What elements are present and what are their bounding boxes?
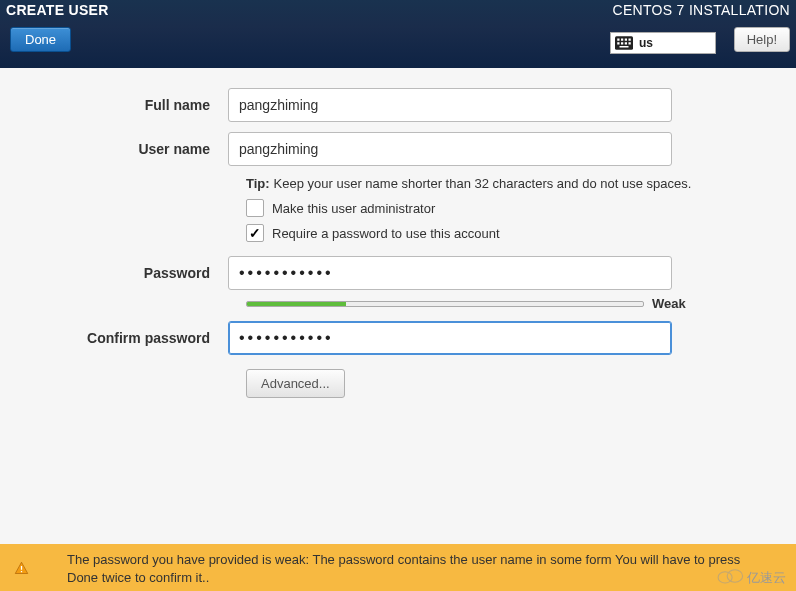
svg-rect-11 — [21, 571, 22, 572]
password-label: Password — [0, 265, 228, 281]
keyboard-icon — [615, 36, 633, 50]
full-name-input[interactable] — [228, 88, 672, 122]
cloud-icon — [716, 568, 744, 587]
warning-icon — [14, 561, 29, 579]
done-button[interactable]: Done — [10, 27, 71, 52]
svg-rect-9 — [620, 46, 629, 48]
svg-rect-5 — [617, 42, 619, 44]
svg-rect-8 — [629, 42, 631, 44]
admin-checkbox[interactable] — [246, 199, 264, 217]
installer-title: CENTOS 7 INSTALLATION — [613, 2, 790, 18]
confirm-password-label: Confirm password — [0, 330, 228, 346]
svg-rect-10 — [21, 566, 22, 570]
svg-rect-4 — [629, 39, 631, 41]
keyboard-layout-indicator[interactable]: us — [610, 32, 716, 54]
form-content: Full name User name Tip: Keep your user … — [0, 68, 796, 398]
svg-rect-2 — [621, 39, 623, 41]
advanced-button[interactable]: Advanced... — [246, 369, 345, 398]
watermark: 亿速云 — [716, 568, 786, 587]
admin-checkbox-label: Make this user administrator — [272, 201, 435, 216]
full-name-label: Full name — [0, 97, 228, 113]
confirm-password-input[interactable] — [228, 321, 672, 355]
require-password-checkbox-label: Require a password to use this account — [272, 226, 500, 241]
watermark-text: 亿速云 — [747, 569, 786, 587]
tip-text: Keep your user name shorter than 32 char… — [274, 176, 692, 191]
svg-point-13 — [727, 570, 742, 583]
header-bar: CREATE USER CENTOS 7 INSTALLATION Done u… — [0, 0, 796, 68]
page-title: CREATE USER — [6, 2, 109, 18]
user-name-label: User name — [0, 141, 228, 157]
keyboard-layout-text: us — [639, 36, 653, 50]
require-password-checkbox[interactable] — [246, 224, 264, 242]
password-strength-meter — [246, 301, 644, 307]
warning-text: The password you have provided is weak: … — [49, 551, 769, 586]
warning-bar: The password you have provided is weak: … — [0, 544, 796, 591]
password-strength-fill — [247, 302, 346, 306]
svg-rect-1 — [617, 39, 619, 41]
user-name-input[interactable] — [228, 132, 672, 166]
password-input[interactable] — [228, 256, 672, 290]
svg-rect-6 — [621, 42, 623, 44]
help-button[interactable]: Help! — [734, 27, 790, 52]
svg-rect-7 — [625, 42, 627, 44]
tip-label: Tip: — [246, 176, 270, 191]
svg-rect-3 — [625, 39, 627, 41]
password-strength-text: Weak — [652, 296, 686, 311]
